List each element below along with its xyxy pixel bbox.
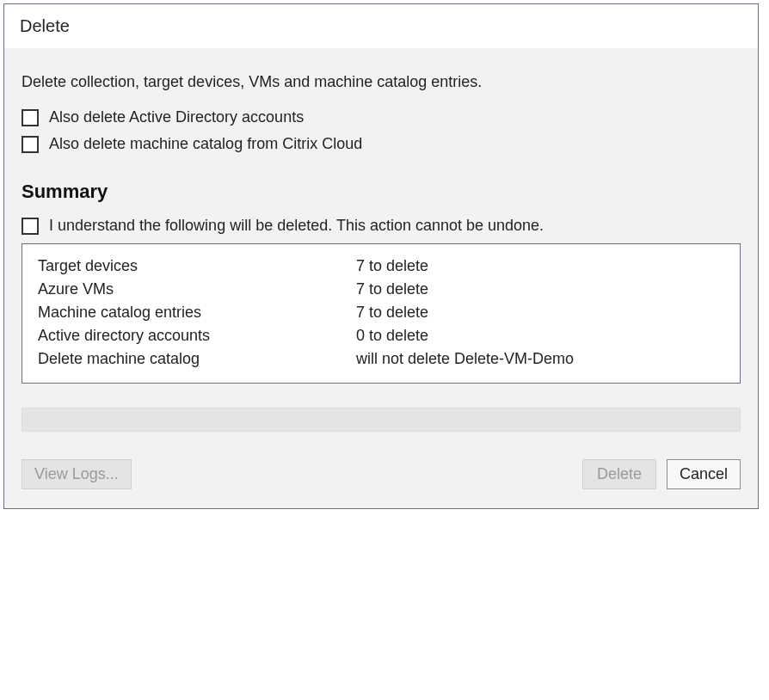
summary-label: Delete machine catalog	[38, 350, 356, 368]
confirm-understand[interactable]: I understand the following will be delet…	[22, 217, 741, 235]
summary-value: will not delete Delete-VM-Demo	[356, 350, 724, 368]
summary-row: Delete machine catalog will not delete D…	[38, 347, 724, 371]
dialog-title: Delete	[4, 4, 758, 49]
option-delete-ad[interactable]: Also delete Active Directory accounts	[22, 108, 741, 126]
checkbox-confirm[interactable]	[22, 218, 39, 235]
checkbox-delete-ad[interactable]	[22, 109, 39, 126]
checkbox-delete-catalog-cloud[interactable]	[22, 136, 39, 153]
option-delete-ad-label: Also delete Active Directory accounts	[49, 108, 304, 126]
summary-value: 7 to delete	[356, 280, 724, 298]
confirm-label: I understand the following will be delet…	[49, 217, 544, 235]
summary-row: Azure VMs 7 to delete	[38, 278, 724, 301]
summary-label: Target devices	[38, 257, 356, 275]
dialog-body: Delete collection, target devices, VMs a…	[4, 49, 758, 508]
summary-row: Active directory accounts 0 to delete	[38, 324, 724, 347]
summary-row: Target devices 7 to delete	[38, 255, 724, 278]
summary-label: Machine catalog entries	[38, 304, 356, 322]
summary-box: Target devices 7 to delete Azure VMs 7 t…	[22, 243, 741, 384]
summary-label: Active directory accounts	[38, 327, 356, 345]
delete-dialog: Delete Delete collection, target devices…	[3, 3, 759, 509]
summary-value: 0 to delete	[356, 327, 724, 345]
view-logs-button[interactable]: View Logs...	[22, 459, 132, 489]
summary-label: Azure VMs	[38, 280, 356, 298]
progress-bar	[22, 408, 741, 432]
summary-value: 7 to delete	[356, 257, 724, 275]
button-row: View Logs... Delete Cancel	[22, 459, 741, 489]
intro-text: Delete collection, target devices, VMs a…	[22, 73, 741, 91]
option-delete-catalog-cloud-label: Also delete machine catalog from Citrix …	[49, 135, 362, 153]
option-delete-catalog-cloud[interactable]: Also delete machine catalog from Citrix …	[22, 135, 741, 153]
summary-value: 7 to delete	[356, 304, 724, 322]
cancel-button[interactable]: Cancel	[667, 459, 741, 489]
delete-button[interactable]: Delete	[582, 459, 656, 489]
summary-row: Machine catalog entries 7 to delete	[38, 301, 724, 324]
summary-heading: Summary	[22, 181, 741, 203]
